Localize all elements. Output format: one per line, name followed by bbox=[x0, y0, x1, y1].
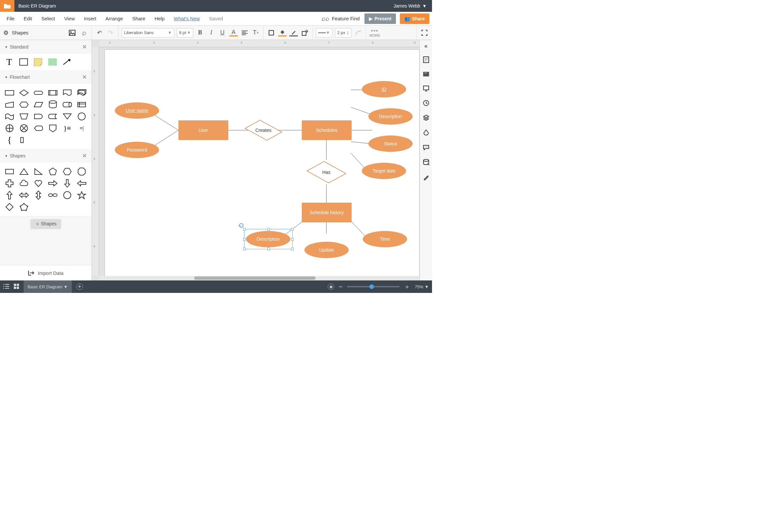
import-data-button[interactable]: Import Data bbox=[0, 265, 92, 280]
zoom-out-button[interactable]: − bbox=[339, 283, 343, 291]
attr-username[interactable]: User name bbox=[115, 102, 159, 119]
sh-oct[interactable] bbox=[76, 167, 87, 176]
fc-preparation[interactable] bbox=[19, 100, 30, 110]
line-width-select[interactable]: 2 px ▲▼ bbox=[335, 28, 351, 37]
bold-button[interactable]: B bbox=[196, 29, 204, 37]
page-tab[interactable]: Basic ER Diagram ▼ bbox=[24, 280, 72, 293]
zoom-slider[interactable] bbox=[347, 286, 399, 287]
sh-circle[interactable] bbox=[62, 190, 73, 200]
sh-rect[interactable] bbox=[4, 167, 15, 176]
fc-decision[interactable] bbox=[19, 88, 30, 98]
document-title[interactable]: Basic ER Diagram bbox=[14, 3, 56, 8]
entity-user[interactable]: User bbox=[178, 120, 228, 140]
magic-icon[interactable] bbox=[423, 174, 429, 182]
fc-card[interactable] bbox=[19, 135, 30, 145]
image-icon[interactable] bbox=[68, 29, 76, 37]
fullscreen-button[interactable] bbox=[420, 29, 429, 37]
italic-button[interactable]: I bbox=[207, 29, 215, 37]
sh-arrow-u[interactable] bbox=[4, 190, 15, 200]
fc-manual[interactable] bbox=[19, 111, 30, 121]
sh-pent[interactable] bbox=[47, 167, 59, 176]
sh-polygon[interactable] bbox=[19, 202, 30, 212]
line-color-button[interactable] bbox=[289, 29, 298, 36]
fc-paper[interactable] bbox=[4, 111, 15, 121]
crop-button[interactable] bbox=[267, 29, 276, 37]
fc-brace-l[interactable]: { bbox=[4, 135, 15, 145]
menu-arrange[interactable]: Arrange bbox=[102, 13, 127, 24]
connector-button[interactable] bbox=[354, 29, 362, 37]
fc-database[interactable] bbox=[47, 100, 59, 110]
add-page-button[interactable]: + bbox=[76, 283, 83, 290]
menu-view[interactable]: View bbox=[60, 13, 79, 24]
menu-file[interactable]: File bbox=[3, 13, 19, 24]
underline-button[interactable]: U bbox=[218, 29, 227, 37]
sync-icon[interactable]: ◉ bbox=[328, 283, 334, 290]
layers-icon[interactable] bbox=[423, 114, 429, 123]
fc-multidoc[interactable] bbox=[76, 88, 87, 98]
panel-standard-header[interactable]: ▼Standard ✕ bbox=[0, 40, 92, 54]
attr-time[interactable]: Time bbox=[363, 231, 407, 247]
fc-data[interactable] bbox=[33, 100, 44, 110]
menu-help[interactable]: Help bbox=[150, 13, 169, 24]
sh-arrow-l[interactable] bbox=[76, 178, 87, 188]
share-button[interactable]: 👥 Share bbox=[400, 13, 429, 24]
sh-heart[interactable] bbox=[33, 178, 44, 188]
undo-button[interactable]: ↶ bbox=[95, 29, 104, 37]
fc-predefined[interactable] bbox=[47, 88, 59, 98]
rel-has[interactable]: Has bbox=[311, 160, 342, 185]
text-format-button[interactable]: T✕ bbox=[252, 29, 260, 37]
chat-icon[interactable] bbox=[423, 145, 429, 152]
rel-creates[interactable]: Creates bbox=[248, 119, 279, 141]
fontsize-select[interactable]: 8 pt▼ bbox=[177, 28, 193, 37]
sh-hex[interactable] bbox=[62, 167, 73, 176]
close-icon[interactable]: ✕ bbox=[82, 73, 87, 81]
fc-terminator[interactable] bbox=[33, 88, 44, 98]
redo-button[interactable]: ↷ bbox=[106, 29, 115, 37]
selection-box[interactable] bbox=[244, 229, 293, 249]
fill-button[interactable] bbox=[278, 29, 287, 36]
paint-icon[interactable] bbox=[423, 129, 429, 138]
zoom-level[interactable]: 75% ▼ bbox=[415, 284, 429, 289]
sh-cloud[interactable] bbox=[19, 178, 30, 188]
more-button[interactable]: ••• MORE bbox=[369, 28, 380, 38]
attr-targetdate[interactable]: Target date bbox=[362, 163, 406, 179]
fc-directdata[interactable] bbox=[62, 100, 73, 110]
page[interactable]: User name Password User Creates Schedule… bbox=[105, 50, 419, 276]
fc-connector[interactable] bbox=[76, 111, 87, 121]
rect-tool[interactable] bbox=[19, 58, 29, 66]
sh-rtri[interactable] bbox=[33, 167, 44, 176]
quote-icon[interactable]: "" bbox=[423, 71, 429, 78]
note-tool[interactable] bbox=[33, 58, 43, 66]
sh-arrow-ud[interactable] bbox=[33, 190, 44, 200]
sh-arrow-lr[interactable] bbox=[19, 190, 30, 200]
menu-select[interactable]: Select bbox=[37, 13, 59, 24]
fc-manualinput[interactable] bbox=[4, 100, 15, 110]
search-icon[interactable]: ⌕ bbox=[80, 29, 88, 37]
arrow-tool[interactable] bbox=[62, 58, 72, 66]
fc-note[interactable]: ≡| bbox=[76, 123, 87, 133]
sh-cross[interactable] bbox=[4, 178, 15, 188]
font-select[interactable]: Liberation Sans▼ bbox=[122, 28, 174, 37]
fc-process[interactable] bbox=[4, 88, 15, 98]
rotate-handle[interactable] bbox=[238, 222, 244, 228]
sh-link[interactable] bbox=[47, 190, 59, 200]
align-button[interactable] bbox=[241, 29, 249, 37]
attr-id[interactable]: ID bbox=[362, 81, 406, 97]
sh-arrow-d[interactable] bbox=[62, 178, 73, 188]
hscrollbar[interactable] bbox=[99, 276, 420, 280]
attr-password[interactable]: Password bbox=[115, 142, 159, 158]
menu-edit[interactable]: Edit bbox=[20, 13, 36, 24]
close-icon[interactable]: ✕ bbox=[82, 43, 87, 50]
sh-star[interactable] bbox=[76, 190, 87, 200]
present-button[interactable]: ▶ Present bbox=[364, 13, 396, 24]
text-color-button[interactable]: A bbox=[229, 29, 238, 36]
fc-internal[interactable] bbox=[76, 100, 87, 110]
list-icon[interactable] bbox=[3, 284, 9, 290]
panel-shapes-header[interactable]: ▼Shapes ✕ bbox=[0, 149, 92, 163]
zoom-in-button[interactable]: ＋ bbox=[404, 283, 410, 291]
fc-sum[interactable] bbox=[19, 123, 30, 133]
fc-document[interactable] bbox=[62, 88, 73, 98]
presentation-icon[interactable] bbox=[423, 85, 429, 93]
entity-schedules[interactable]: Schedules bbox=[302, 120, 352, 140]
sh-tri[interactable] bbox=[19, 167, 30, 176]
